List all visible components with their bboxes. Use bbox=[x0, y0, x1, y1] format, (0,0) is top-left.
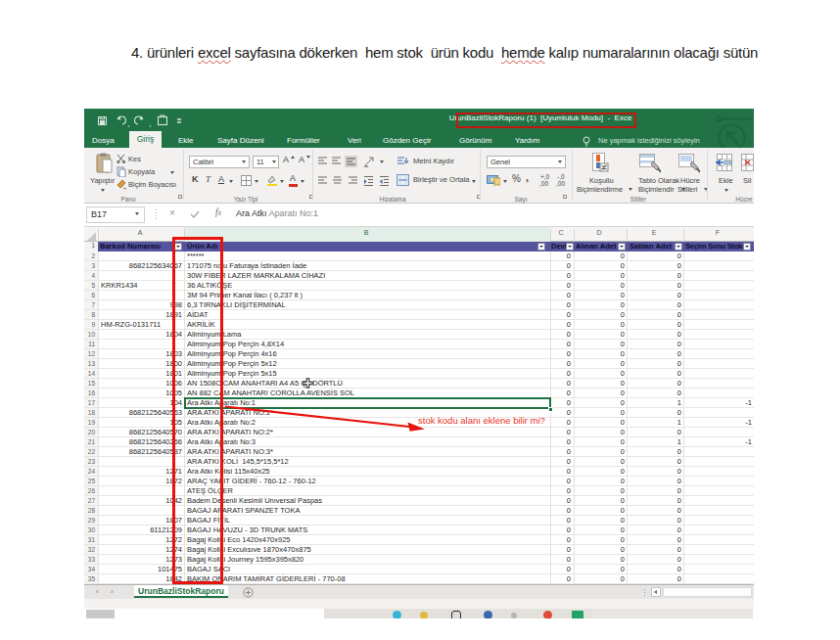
svg-text:-,0: -,0 bbox=[557, 173, 565, 180]
svg-text:,00: ,00 bbox=[556, 180, 565, 187]
svg-text:+,0: +,0 bbox=[540, 173, 550, 180]
svg-text:,00: ,00 bbox=[539, 180, 548, 187]
